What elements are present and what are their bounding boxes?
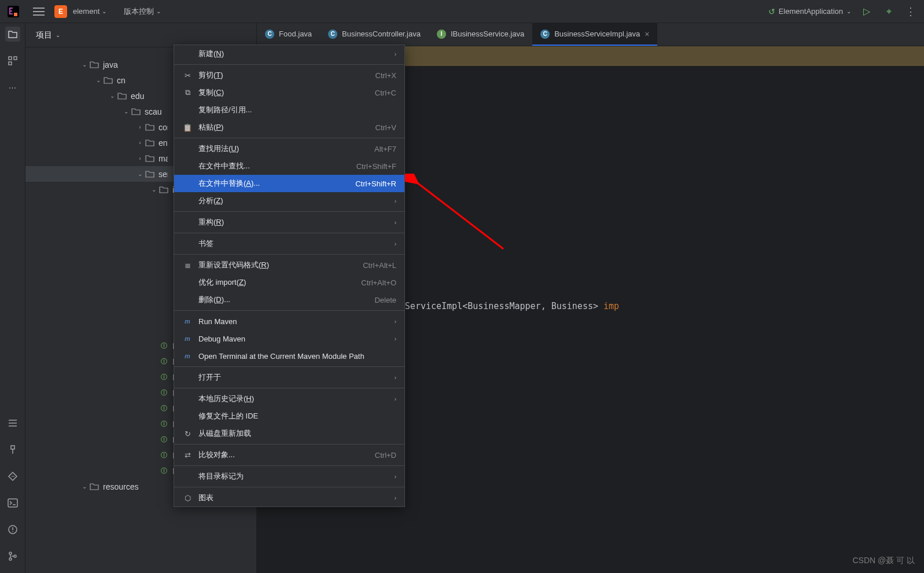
menu-new[interactable]: 新建(N)› [174,45,404,63]
reload-icon: ↻ [182,429,193,438]
structure-tool-icon[interactable] [5,53,20,68]
refresh-icon: ↺ [768,7,775,16]
hamburger-icon[interactable] [32,5,45,18]
folder-icon [145,170,155,179]
menu-separator [174,465,404,466]
chevron-down-icon: ⌄ [94,77,103,83]
menu-separator [174,211,404,212]
more-icon[interactable]: ⋮ [904,5,917,18]
chevron-down-icon: ⌄ [122,108,131,115]
editor-tabs: C Food.java C BusinessController.java I … [257,23,924,46]
tab-label: Food.java [279,30,312,38]
chevron-down-icon: ⌄ [135,171,145,177]
run-button[interactable]: ▷ [860,5,873,18]
chevron-right-icon: › [387,198,396,204]
project-dropdown[interactable]: element ⌄ [72,6,108,17]
menu-separator [174,233,404,233]
tab-food[interactable]: C Food.java [257,23,320,46]
todo-icon[interactable] [5,416,20,431]
menu-copy-path[interactable]: 复制路径/引用... [174,101,404,119]
watermark: CSDN @聂 可 以 [852,556,915,566]
tab-ibusinessservice[interactable]: I IBusinessService.java [429,23,532,46]
maven-icon: m [182,335,193,342]
menu-mark-as[interactable]: 将目录标记为› [174,468,404,485]
menu-copy[interactable]: ⧉复制(C)Ctrl+C [174,84,404,101]
menu-cut[interactable]: ✂剪切(T)Ctrl+X [174,67,404,84]
menu-separator [174,388,404,388]
svg-rect-1 [14,13,17,16]
menu-diagram[interactable]: ⬡图表› [174,489,404,506]
menu-find-usages[interactable]: 查找用法(U)Alt+F7 [174,140,404,157]
menu-separator [174,254,404,255]
menu-local-history[interactable]: 本地历史记录(H)› [174,390,404,407]
interface-icon: Ⓘ [159,467,169,475]
services-icon[interactable] [5,469,20,484]
topbar: E element ⌄ 版本控制 ⌄ ↺ ElementApplication … [0,0,924,23]
interface-icon: Ⓘ [159,404,169,413]
tool-rail-left: ⋯ [0,23,25,573]
interface-icon: Ⓘ [159,357,169,366]
folder-icon [117,91,127,101]
menu-reformat[interactable]: ≣重新设置代码格式(R)Ctrl+Alt+L [174,256,404,274]
chevron-down-icon: ⌄ [149,186,159,193]
menu-separator [174,138,404,138]
menu-open-terminal[interactable]: mOpen Terminal at the Current Maven Modu… [174,347,404,365]
menu-repair-ide[interactable]: 修复文件上的 IDE [174,407,404,425]
app-logo-icon [7,5,20,18]
menu-delete[interactable]: 删除(D)...Delete [174,291,404,308]
sidebar-header[interactable]: 项目 ⌄ [25,23,256,47]
menu-debug-maven[interactable]: mDebug Maven› [174,330,404,347]
chevron-down-icon: ⌄ [846,8,851,14]
menu-refactor[interactable]: 重构(R)› [174,214,404,231]
build-icon[interactable] [5,442,20,457]
tab-label: BusinessServiceImpl.java [554,30,640,38]
menu-compare[interactable]: ⇄比较对象...Ctrl+D [174,446,404,464]
project-badge[interactable]: E [54,5,67,18]
chevron-right-icon: › [387,396,396,402]
project-name: element [73,7,100,16]
vcs-dropdown[interactable]: 版本控制 ⌄ [123,5,162,18]
chevron-right-icon: › [387,51,396,57]
close-icon[interactable]: × [645,30,649,39]
chevron-right-icon: › [387,495,396,501]
menu-separator [174,444,404,445]
menu-bookmark[interactable]: 书签› [174,235,404,252]
reformat-icon: ≣ [182,261,193,270]
tab-businesscontroller[interactable]: C BusinessController.java [320,23,429,46]
menu-find-in-files[interactable]: 在文件中查找...Ctrl+Shift+F [174,157,404,175]
menu-optimize-imports[interactable]: 优化 import(Z)Ctrl+Alt+O [174,274,404,291]
project-tool-icon[interactable] [5,27,20,42]
debug-button[interactable]: ⌖ [882,5,895,18]
chevron-right-icon: › [135,155,145,161]
folder-icon [145,154,155,163]
menu-reload-disk[interactable]: ↻从磁盘重新加载 [174,425,404,442]
chevron-right-icon: › [387,219,396,226]
chevron-right-icon: › [387,241,396,247]
tab-businessserviceimpl[interactable]: C BusinessServiceImpl.java × [532,23,657,46]
terminal-icon[interactable] [5,495,20,510]
svg-rect-4 [9,62,12,65]
class-icon: C [265,30,274,39]
menu-replace-in-files[interactable]: 在文件中替换(A)...Ctrl+Shift+R [174,175,404,192]
problems-icon[interactable] [5,522,20,537]
chevron-down-icon: ⌄ [156,8,161,14]
interface-icon: I [437,30,446,39]
menu-separator [174,366,404,367]
more-tool-icon[interactable]: ⋯ [5,80,20,95]
git-icon[interactable] [5,549,20,564]
vcs-label: 版本控制 [124,6,154,17]
interface-icon: Ⓘ [159,420,169,428]
maven-icon: m [182,352,193,359]
interface-icon: Ⓘ [159,373,169,381]
main-area: ⋯ 项目 ⌄ ⌄j [0,23,924,573]
interface-icon: Ⓘ [159,435,169,444]
run-config-dropdown[interactable]: ↺ ElementApplication ⌄ [768,7,851,16]
menu-paste[interactable]: 📋粘贴(P)Ctrl+V [174,119,404,136]
folder-icon [145,123,155,132]
menu-run-maven[interactable]: mRun Maven› [174,313,404,330]
menu-analyze[interactable]: 分析(Z)› [174,192,404,210]
menu-open-in[interactable]: 打开于› [174,369,404,386]
interface-icon: Ⓘ [159,388,169,397]
chevron-right-icon: › [135,124,145,130]
chevron-down-icon: ⌄ [80,483,89,490]
